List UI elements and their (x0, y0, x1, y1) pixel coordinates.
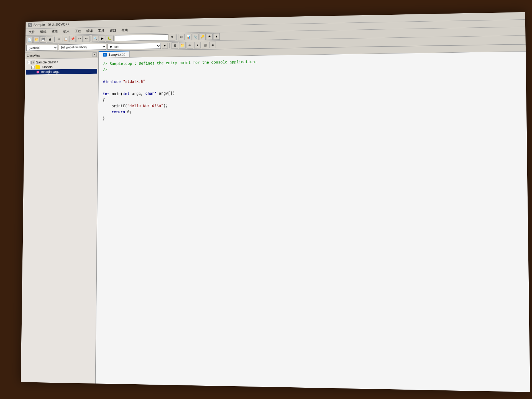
menu-help[interactable]: 帮助 (119, 27, 130, 33)
app-icon: S (28, 23, 32, 27)
expand-icon-root[interactable]: - (27, 61, 30, 64)
code-editor-panel: C Sample.cpp // Sample.cpp : Defines the… (96, 45, 530, 392)
function-icon-main (37, 71, 39, 73)
menu-file[interactable]: 文件 (27, 29, 37, 35)
nav-btn-1[interactable]: ▼ (162, 43, 168, 49)
extra-btn-2[interactable]: 📊 (185, 34, 191, 40)
search-go-button[interactable]: ▼ (169, 34, 175, 40)
screen: S Sample - 迪天味CVC++ 文件 编辑 查看 插入 工程 编译 工具… (21, 12, 530, 392)
tree-item-main[interactable]: main(int argc, (26, 69, 97, 75)
save-button[interactable]: 💾 (40, 36, 46, 43)
tab-label: Sample.cpp (108, 53, 125, 57)
new-file-button[interactable]: 📄 (26, 37, 33, 43)
tab-sample-cpp[interactable]: C Sample.cpp (99, 51, 130, 58)
find-button[interactable]: 🔍 (92, 35, 98, 42)
file-view-btn[interactable]: ✏ (187, 42, 193, 49)
nav-extra-1[interactable]: ◈ (209, 42, 216, 48)
menu-view[interactable]: 查看 (50, 29, 60, 35)
print-button[interactable]: 🖨 (47, 36, 53, 42)
info-btn[interactable]: ℹ (194, 42, 201, 48)
nav-sep (169, 43, 170, 48)
panel-close-btn[interactable]: × (93, 52, 97, 57)
separator-3 (113, 35, 114, 41)
separator-1 (54, 37, 55, 42)
function-dropdown-wrapper: ◆ main (108, 43, 161, 49)
cut-button[interactable]: ✂ (56, 36, 62, 42)
menu-edit[interactable]: 编辑 (38, 29, 48, 35)
expand-icon-globals[interactable]: - (31, 66, 34, 69)
tree-label-root: Sample classes (36, 60, 58, 64)
extra-btn-6[interactable]: ♦ (213, 33, 220, 40)
ide-window: S Sample - 迪天味CVC++ 文件 编辑 查看 插入 工程 编译 工具… (21, 12, 530, 392)
panel-title: ClassView (27, 54, 40, 57)
main-content: ClassView × - S Sample classes - Globals (21, 45, 530, 392)
separator-4 (177, 34, 177, 40)
search-input[interactable] (115, 34, 168, 41)
window-title: Sample - 迪天味CVC++ (34, 22, 70, 27)
menu-window[interactable]: 窗口 (108, 28, 118, 34)
undo-button[interactable]: ↩ (76, 35, 83, 42)
globals-dropdown[interactable]: (Globals) (26, 45, 58, 51)
members-dropdown-wrapper: [All global members] (59, 44, 106, 50)
code-editor[interactable]: // Sample.cpp : Defines the entry point … (96, 52, 530, 392)
function-dropdown[interactable]: ◆ main (108, 43, 161, 49)
class-icon-root: S (31, 61, 35, 65)
tree-view: - S Sample classes - Globals main(int ar… (21, 58, 98, 383)
globals-dropdown-wrapper: (Globals) (26, 45, 58, 51)
extra-btn-1[interactable]: ⚙ (178, 34, 185, 40)
paste-button[interactable]: 📌 (69, 36, 76, 42)
menu-project[interactable]: 工程 (73, 28, 83, 34)
members-dropdown[interactable]: [All global members] (59, 44, 106, 50)
menu-build[interactable]: 编译 (84, 28, 95, 34)
tree-label-globals: Globals (42, 65, 53, 69)
extra-btn-4[interactable]: 🔑 (199, 34, 206, 40)
copy-button[interactable]: 📋 (63, 36, 69, 42)
prop-btn[interactable]: ▤ (202, 42, 208, 48)
separator-2 (91, 36, 91, 41)
menu-insert[interactable]: 插入 (61, 29, 71, 34)
class-view-panel: ClassView × - S Sample classes - Globals (21, 51, 99, 383)
class-view-btn[interactable]: ⊞ (172, 42, 178, 49)
open-file-button[interactable]: 📂 (33, 36, 40, 43)
redo-button[interactable]: ↪ (83, 35, 89, 42)
res-view-btn[interactable]: 📁 (179, 42, 185, 49)
extra-btn-5[interactable]: ★ (206, 33, 213, 40)
folder-icon-globals (35, 65, 40, 69)
tree-label-main: main(int argc, (41, 70, 60, 74)
cpp-file-icon: C (103, 53, 107, 57)
compile-button[interactable]: ▶ (99, 35, 105, 42)
menu-tools[interactable]: 工具 (96, 28, 106, 34)
extra-btn-3[interactable]: 📎 (192, 34, 199, 40)
debug-button[interactable]: 🐛 (106, 35, 112, 42)
